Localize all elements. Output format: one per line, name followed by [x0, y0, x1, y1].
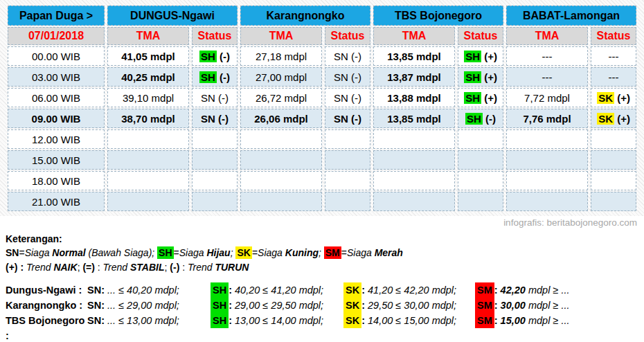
tma-cell: --- [506, 67, 588, 87]
legend-section: Keterangan: SN=Siaga Normal (Bawah Siaga… [0, 230, 644, 342]
tma-column-header: TMA [107, 27, 189, 45]
tma-cell: 13,87 mdpl [373, 67, 455, 87]
status-cell: SN (-) [325, 46, 370, 66]
status-green-swatch: SH [157, 246, 173, 259]
status-text: SN (-) [334, 92, 361, 104]
tma-cell: 13,88 mdpl [373, 88, 455, 107]
status-badge-sh: SH [465, 113, 483, 125]
status-cell [192, 129, 238, 149]
status-cell: SH (+) [458, 88, 503, 107]
threshold-sh-range: SH: 40,20 ≤ 41,20 mdpl; [211, 282, 343, 298]
status-cell: SN (-) [192, 109, 238, 128]
threshold-range-text: mdpl ≥ ... [526, 300, 570, 311]
papan-duga-table: Papan Duga >DUNGUS-NgawiKarangnongkoTBS … [5, 4, 639, 213]
status-badge-sh: SH [464, 51, 481, 62]
status-cell [458, 129, 503, 149]
trend-indicator: (+) [484, 71, 497, 83]
legend-text-segment: ; [319, 247, 324, 258]
tma-cell [373, 150, 455, 170]
sh-label: SH [211, 282, 229, 298]
legend-text-segment: NAIK [53, 262, 77, 273]
tma-cell: 26,06 mdpl [240, 109, 322, 128]
tma-column-header: TMA [373, 27, 455, 45]
tma-cell: 27,18 mdpl [240, 46, 322, 66]
status-cell: SN (-) [325, 109, 370, 128]
tma-cell [107, 192, 189, 211]
status-badge-sh: SH [464, 92, 481, 104]
status-cell: SH (+) [458, 67, 503, 87]
legend-text-segment: (-) [170, 262, 179, 273]
trend-indicator: (-) [220, 71, 230, 83]
threshold-row: TBS Bojonegoro :SN: ... ≤ 13,00 mdpl;SH:… [6, 313, 638, 342]
status-cell: --- [591, 67, 636, 87]
tma-cell: 27,00 mdpl [240, 67, 322, 87]
station-header-karangnongko: Karangnongko [240, 6, 370, 26]
tma-cell: --- [506, 46, 588, 66]
date-cell: 07/01/2018 [8, 27, 105, 45]
status-cell: SH (+) [458, 46, 503, 66]
legend-text-segment: (=) [82, 262, 95, 273]
status-cell [591, 171, 636, 190]
status-text: SN (-) [334, 71, 361, 83]
time-cell: 09.00 WIB [8, 109, 105, 128]
status-cell [458, 171, 503, 190]
status-cell [192, 150, 238, 170]
threshold-sk-range: SK: 14,00 ≤ 15,00 mdpl; [343, 313, 475, 328]
legend-text-segment: (+) : [6, 262, 26, 273]
tma-cell [373, 192, 455, 211]
status-cell [325, 192, 370, 211]
time-cell: 12.00 WIB [8, 129, 105, 149]
trend-legend-line: (+) : Trend NAIK; (=) : Trend STABIL; (-… [6, 260, 638, 275]
sn-label: SN: [87, 285, 105, 296]
sm-label: SM [475, 298, 494, 313]
sn-label: SN: [87, 315, 105, 326]
sn-label: SN: [87, 300, 105, 311]
threshold-station-name: Karangnongko : [6, 298, 87, 313]
legend-text-segment: Trend [103, 262, 130, 273]
threshold-sm-range: SM: 42,20 mdpl ≥ ... [475, 282, 638, 298]
legend-text-segment: Trend [26, 262, 53, 273]
legend-text-segment: = [19, 247, 24, 258]
sk-label: SK [343, 282, 361, 298]
status-badge-sh: SH [464, 71, 481, 83]
legend-text-segment: Normal [52, 247, 88, 258]
tma-cell: 7,72 mdpl [506, 88, 588, 107]
station-header-row: Papan Duga >DUNGUS-NgawiKarangnongkoTBS … [8, 6, 636, 26]
status-badge-sh: SH [199, 51, 217, 62]
legend-text-segment: TURUN [215, 262, 249, 273]
status-cell: SH (-) [458, 109, 503, 128]
legend-text-segment: : [179, 262, 188, 273]
tma-cell: 40,25 mdpl [107, 67, 189, 87]
tma-cell: 26,72 mdpl [240, 88, 322, 107]
threshold-range-text: ... ≤ 13,00 mdpl; [105, 315, 179, 326]
status-cell: SH (-) [192, 67, 238, 87]
threshold-station-name: Dungus-Ngawi : [6, 282, 87, 298]
legend-text-segment: Hijau [206, 247, 230, 258]
table-row: 21.00 WIB [8, 192, 636, 211]
status-badge-sk: SK [597, 92, 614, 104]
time-cell: 00.00 WIB [8, 46, 105, 66]
threshold-sh-range: SH: 29,00 ≤ 29,50 mdpl; [211, 298, 343, 313]
table-header: Papan Duga >DUNGUS-NgawiKarangnongkoTBS … [8, 6, 636, 45]
trend-indicator: (-) [220, 51, 230, 62]
tma-column-header: TMA [506, 27, 588, 45]
tma-cell [107, 150, 189, 170]
threshold-range-text: mdpl ≥ ... [526, 315, 570, 326]
legend-text-segment: Merah [375, 247, 403, 258]
legend-text-segment: = [174, 247, 179, 258]
threshold-range-text: 14,00 ≤ 15,00 mdpl; [365, 315, 456, 326]
status-cell: --- [591, 46, 636, 66]
trend-indicator: (+) [617, 92, 630, 104]
time-cell: 03.00 WIB [8, 67, 105, 87]
threshold-value: 42,20 [498, 285, 526, 296]
threshold-sn-range: SN: ... ≤ 40,20 mdpl; [87, 282, 211, 298]
trend-indicator: (+) [484, 51, 497, 62]
status-column-header: Status [192, 27, 238, 45]
status-cell: SK (+) [591, 109, 636, 128]
table-row: 03.00 WIB40,25 mdplSH (-)27,00 mdplSN (-… [8, 67, 636, 87]
tma-cell [506, 192, 588, 211]
status-legend-line: SN=Siaga Normal (Bawah Siaga); SH=Siaga … [6, 246, 638, 260]
status-badge-sk: SK [597, 113, 614, 125]
threshold-sn-range: SN: ... ≤ 13,00 mdpl; [87, 313, 211, 328]
threshold-sm-range: SM: 30,00 mdpl ≥ ... [475, 298, 638, 313]
